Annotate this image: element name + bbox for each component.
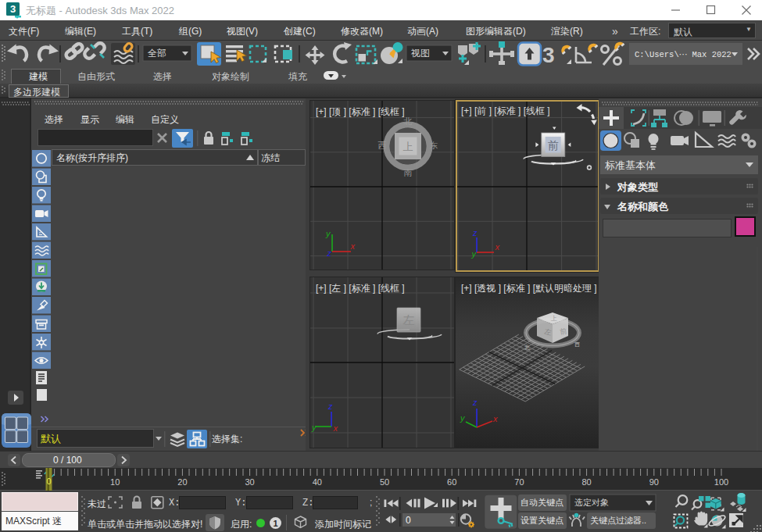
svg-text:0: 0 [46, 477, 51, 486]
svg-text:60: 60 [447, 477, 456, 487]
svg-text:z: z [472, 398, 478, 407]
svg-text:视图: 视图 [410, 48, 430, 59]
svg-text:西: 西 [378, 141, 387, 150]
svg-text:x: x [333, 423, 338, 433]
svg-text:左: 左 [403, 313, 415, 327]
svg-text:20: 20 [177, 477, 187, 487]
svg-text:y: y [460, 413, 466, 423]
svg-text:x: x [350, 241, 356, 251]
svg-text:50: 50 [380, 477, 389, 487]
svg-text:自动关键点: 自动关键点 [521, 498, 563, 507]
svg-text:0: 0 [406, 515, 411, 526]
svg-text:y: y [325, 229, 331, 238]
svg-text:40: 40 [313, 477, 322, 487]
svg-text:10: 10 [110, 477, 120, 487]
svg-text:上: 上 [403, 141, 413, 152]
svg-text:选定对象: 选定对象 [574, 498, 609, 507]
svg-text:关键点过滤器..: 关键点过滤器.. [590, 516, 646, 525]
svg-text:y: y [311, 423, 317, 432]
svg-text:x: x [492, 414, 498, 423]
svg-text:设置关键点: 设置关键点 [521, 516, 563, 525]
svg-text:西: 西 [574, 341, 580, 348]
svg-text:100: 100 [714, 477, 728, 487]
svg-text:30: 30 [245, 477, 254, 487]
svg-text:3: 3 [10, 3, 16, 15]
svg-text:90: 90 [649, 477, 659, 487]
svg-text:南: 南 [404, 168, 413, 177]
svg-text:x: x [495, 242, 500, 252]
svg-text:全部: 全部 [148, 48, 166, 59]
svg-text:z: z [327, 402, 333, 411]
svg-text:70: 70 [514, 477, 524, 487]
svg-text:上: 上 [550, 315, 557, 322]
svg-text:北: 北 [524, 345, 530, 351]
svg-text:z: z [472, 228, 478, 237]
svg-text:3: 3 [542, 43, 555, 67]
svg-text:前: 前 [548, 139, 559, 152]
svg-text:前: 前 [560, 327, 568, 336]
svg-text:东: 东 [430, 141, 438, 150]
svg-text:C:\Users\⋯ Max 2022: C:\Users\⋯ Max 2022 [635, 50, 732, 59]
svg-text:z: z [327, 248, 332, 258]
svg-text:1: 1 [273, 519, 277, 528]
svg-text:80: 80 [581, 477, 591, 487]
